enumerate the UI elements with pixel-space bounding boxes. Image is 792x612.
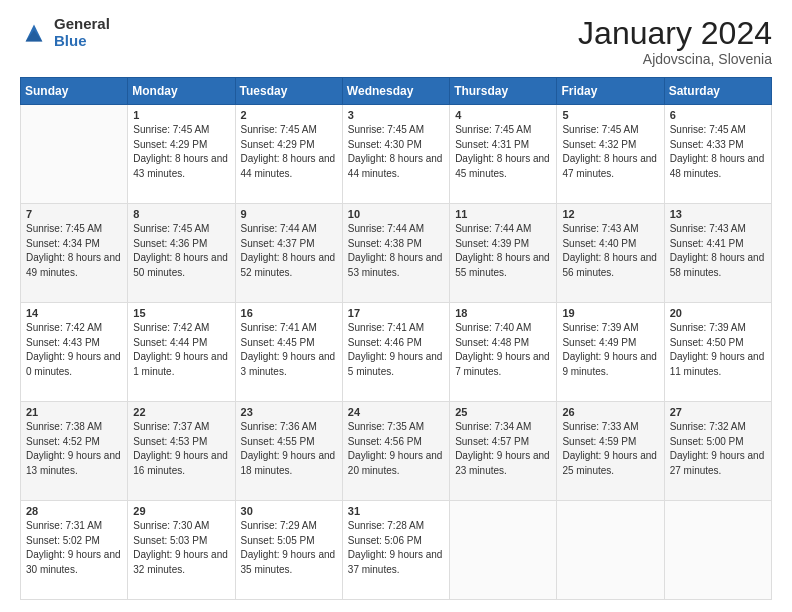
calendar-cell: 9Sunrise: 7:44 AMSunset: 4:37 PMDaylight… bbox=[235, 204, 342, 303]
calendar-header-monday: Monday bbox=[128, 78, 235, 105]
day-number: 3 bbox=[348, 109, 444, 121]
day-number: 16 bbox=[241, 307, 337, 319]
logo-general: General bbox=[54, 16, 110, 33]
day-number: 20 bbox=[670, 307, 766, 319]
day-number: 1 bbox=[133, 109, 229, 121]
calendar-cell: 31Sunrise: 7:28 AMSunset: 5:06 PMDayligh… bbox=[342, 501, 449, 600]
day-number: 30 bbox=[241, 505, 337, 517]
calendar-cell: 26Sunrise: 7:33 AMSunset: 4:59 PMDayligh… bbox=[557, 402, 664, 501]
day-info: Sunrise: 7:33 AMSunset: 4:59 PMDaylight:… bbox=[562, 420, 658, 478]
day-number: 21 bbox=[26, 406, 122, 418]
calendar-cell bbox=[450, 501, 557, 600]
day-info: Sunrise: 7:29 AMSunset: 5:05 PMDaylight:… bbox=[241, 519, 337, 577]
week-row-3: 14Sunrise: 7:42 AMSunset: 4:43 PMDayligh… bbox=[21, 303, 772, 402]
day-info: Sunrise: 7:45 AMSunset: 4:32 PMDaylight:… bbox=[562, 123, 658, 181]
day-info: Sunrise: 7:40 AMSunset: 4:48 PMDaylight:… bbox=[455, 321, 551, 379]
day-number: 28 bbox=[26, 505, 122, 517]
calendar-cell: 15Sunrise: 7:42 AMSunset: 4:44 PMDayligh… bbox=[128, 303, 235, 402]
day-info: Sunrise: 7:28 AMSunset: 5:06 PMDaylight:… bbox=[348, 519, 444, 577]
calendar-cell: 20Sunrise: 7:39 AMSunset: 4:50 PMDayligh… bbox=[664, 303, 771, 402]
calendar-cell: 14Sunrise: 7:42 AMSunset: 4:43 PMDayligh… bbox=[21, 303, 128, 402]
day-info: Sunrise: 7:45 AMSunset: 4:33 PMDaylight:… bbox=[670, 123, 766, 181]
calendar-cell: 17Sunrise: 7:41 AMSunset: 4:46 PMDayligh… bbox=[342, 303, 449, 402]
calendar-cell bbox=[557, 501, 664, 600]
calendar-header-thursday: Thursday bbox=[450, 78, 557, 105]
day-number: 23 bbox=[241, 406, 337, 418]
title-location: Ajdovscina, Slovenia bbox=[578, 51, 772, 67]
day-info: Sunrise: 7:45 AMSunset: 4:36 PMDaylight:… bbox=[133, 222, 229, 280]
calendar-cell: 16Sunrise: 7:41 AMSunset: 4:45 PMDayligh… bbox=[235, 303, 342, 402]
day-number: 5 bbox=[562, 109, 658, 121]
calendar-header-saturday: Saturday bbox=[664, 78, 771, 105]
day-number: 19 bbox=[562, 307, 658, 319]
calendar-cell: 10Sunrise: 7:44 AMSunset: 4:38 PMDayligh… bbox=[342, 204, 449, 303]
day-info: Sunrise: 7:38 AMSunset: 4:52 PMDaylight:… bbox=[26, 420, 122, 478]
day-info: Sunrise: 7:35 AMSunset: 4:56 PMDaylight:… bbox=[348, 420, 444, 478]
day-number: 2 bbox=[241, 109, 337, 121]
day-info: Sunrise: 7:41 AMSunset: 4:45 PMDaylight:… bbox=[241, 321, 337, 379]
day-info: Sunrise: 7:32 AMSunset: 5:00 PMDaylight:… bbox=[670, 420, 766, 478]
calendar-cell: 12Sunrise: 7:43 AMSunset: 4:40 PMDayligh… bbox=[557, 204, 664, 303]
day-info: Sunrise: 7:43 AMSunset: 4:40 PMDaylight:… bbox=[562, 222, 658, 280]
day-info: Sunrise: 7:45 AMSunset: 4:30 PMDaylight:… bbox=[348, 123, 444, 181]
day-info: Sunrise: 7:45 AMSunset: 4:34 PMDaylight:… bbox=[26, 222, 122, 280]
day-number: 6 bbox=[670, 109, 766, 121]
calendar-cell: 23Sunrise: 7:36 AMSunset: 4:55 PMDayligh… bbox=[235, 402, 342, 501]
day-number: 8 bbox=[133, 208, 229, 220]
week-row-4: 21Sunrise: 7:38 AMSunset: 4:52 PMDayligh… bbox=[21, 402, 772, 501]
calendar-cell bbox=[21, 105, 128, 204]
day-number: 22 bbox=[133, 406, 229, 418]
calendar-cell: 25Sunrise: 7:34 AMSunset: 4:57 PMDayligh… bbox=[450, 402, 557, 501]
page: General Blue January 2024 Ajdovscina, Sl… bbox=[0, 0, 792, 612]
day-number: 11 bbox=[455, 208, 551, 220]
calendar-header-sunday: Sunday bbox=[21, 78, 128, 105]
day-number: 14 bbox=[26, 307, 122, 319]
header: General Blue January 2024 Ajdovscina, Sl… bbox=[20, 16, 772, 67]
day-number: 10 bbox=[348, 208, 444, 220]
day-info: Sunrise: 7:45 AMSunset: 4:29 PMDaylight:… bbox=[241, 123, 337, 181]
day-info: Sunrise: 7:39 AMSunset: 4:49 PMDaylight:… bbox=[562, 321, 658, 379]
day-info: Sunrise: 7:41 AMSunset: 4:46 PMDaylight:… bbox=[348, 321, 444, 379]
calendar-cell: 19Sunrise: 7:39 AMSunset: 4:49 PMDayligh… bbox=[557, 303, 664, 402]
day-info: Sunrise: 7:37 AMSunset: 4:53 PMDaylight:… bbox=[133, 420, 229, 478]
calendar-header-row: SundayMondayTuesdayWednesdayThursdayFrid… bbox=[21, 78, 772, 105]
calendar-header-tuesday: Tuesday bbox=[235, 78, 342, 105]
day-info: Sunrise: 7:39 AMSunset: 4:50 PMDaylight:… bbox=[670, 321, 766, 379]
day-number: 26 bbox=[562, 406, 658, 418]
calendar-cell: 24Sunrise: 7:35 AMSunset: 4:56 PMDayligh… bbox=[342, 402, 449, 501]
calendar-cell: 5Sunrise: 7:45 AMSunset: 4:32 PMDaylight… bbox=[557, 105, 664, 204]
calendar-header-friday: Friday bbox=[557, 78, 664, 105]
day-number: 29 bbox=[133, 505, 229, 517]
calendar-cell: 13Sunrise: 7:43 AMSunset: 4:41 PMDayligh… bbox=[664, 204, 771, 303]
day-info: Sunrise: 7:45 AMSunset: 4:31 PMDaylight:… bbox=[455, 123, 551, 181]
day-number: 13 bbox=[670, 208, 766, 220]
calendar-cell: 3Sunrise: 7:45 AMSunset: 4:30 PMDaylight… bbox=[342, 105, 449, 204]
calendar-cell: 7Sunrise: 7:45 AMSunset: 4:34 PMDaylight… bbox=[21, 204, 128, 303]
day-info: Sunrise: 7:44 AMSunset: 4:39 PMDaylight:… bbox=[455, 222, 551, 280]
calendar-table: SundayMondayTuesdayWednesdayThursdayFrid… bbox=[20, 77, 772, 600]
calendar-cell: 30Sunrise: 7:29 AMSunset: 5:05 PMDayligh… bbox=[235, 501, 342, 600]
calendar-header-wednesday: Wednesday bbox=[342, 78, 449, 105]
day-info: Sunrise: 7:44 AMSunset: 4:38 PMDaylight:… bbox=[348, 222, 444, 280]
day-info: Sunrise: 7:36 AMSunset: 4:55 PMDaylight:… bbox=[241, 420, 337, 478]
day-info: Sunrise: 7:31 AMSunset: 5:02 PMDaylight:… bbox=[26, 519, 122, 577]
logo-blue: Blue bbox=[54, 33, 110, 50]
calendar-cell: 1Sunrise: 7:45 AMSunset: 4:29 PMDaylight… bbox=[128, 105, 235, 204]
calendar-cell: 21Sunrise: 7:38 AMSunset: 4:52 PMDayligh… bbox=[21, 402, 128, 501]
calendar-cell: 28Sunrise: 7:31 AMSunset: 5:02 PMDayligh… bbox=[21, 501, 128, 600]
day-number: 18 bbox=[455, 307, 551, 319]
day-info: Sunrise: 7:42 AMSunset: 4:43 PMDaylight:… bbox=[26, 321, 122, 379]
calendar-cell: 18Sunrise: 7:40 AMSunset: 4:48 PMDayligh… bbox=[450, 303, 557, 402]
svg-marker-1 bbox=[26, 30, 43, 41]
calendar-cell: 22Sunrise: 7:37 AMSunset: 4:53 PMDayligh… bbox=[128, 402, 235, 501]
calendar-cell: 6Sunrise: 7:45 AMSunset: 4:33 PMDaylight… bbox=[664, 105, 771, 204]
day-info: Sunrise: 7:30 AMSunset: 5:03 PMDaylight:… bbox=[133, 519, 229, 577]
logo-icon bbox=[20, 19, 48, 47]
logo: General Blue bbox=[20, 16, 110, 49]
week-row-2: 7Sunrise: 7:45 AMSunset: 4:34 PMDaylight… bbox=[21, 204, 772, 303]
day-info: Sunrise: 7:34 AMSunset: 4:57 PMDaylight:… bbox=[455, 420, 551, 478]
day-info: Sunrise: 7:44 AMSunset: 4:37 PMDaylight:… bbox=[241, 222, 337, 280]
day-info: Sunrise: 7:45 AMSunset: 4:29 PMDaylight:… bbox=[133, 123, 229, 181]
calendar-cell: 4Sunrise: 7:45 AMSunset: 4:31 PMDaylight… bbox=[450, 105, 557, 204]
day-number: 9 bbox=[241, 208, 337, 220]
